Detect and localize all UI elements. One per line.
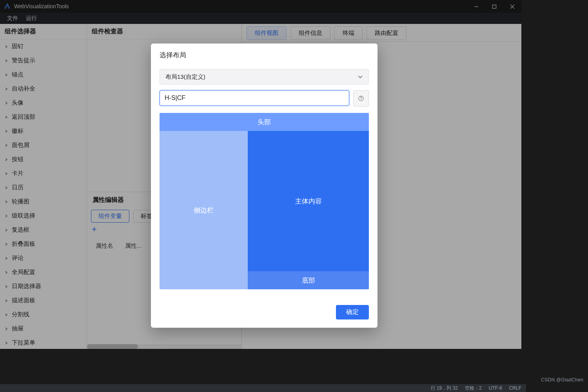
layout-preview-header: 头部 <box>160 113 369 131</box>
modal-title: 选择布局 <box>151 44 377 67</box>
layout-selection-modal: 选择布局 布局13(自定义) 头部 <box>151 44 377 328</box>
status-eol: CRLF <box>509 385 521 391</box>
status-bar: 行 19，列 32 空格：2 UTF-8 CRLF <box>0 384 526 392</box>
status-encoding: UTF-8 <box>489 385 502 391</box>
svg-point-5 <box>361 100 361 100</box>
layout-preview-footer: 底部 <box>248 271 369 289</box>
layout-preview-sidebar: 侧边栏 <box>160 131 248 289</box>
chevron-down-icon <box>358 74 363 80</box>
watermark: CSDN @GladChen <box>541 377 583 383</box>
layout-preset-select[interactable]: 布局13(自定义) <box>160 69 369 85</box>
layout-preview: 头部 侧边栏 主体内容 底部 <box>160 113 369 289</box>
status-position: 行 19，列 32 <box>431 385 458 392</box>
app-shell: WebVisualizationTools 文件 运行 组件选择器 固钉警告提示… <box>0 0 521 349</box>
layout-preset-value: 布局13(自定义) <box>165 73 205 81</box>
layout-help-button[interactable] <box>353 90 369 107</box>
modal-ok-button[interactable]: 确定 <box>336 305 369 319</box>
status-spaces: 空格：2 <box>465 385 482 392</box>
layout-preview-content: 主体内容 <box>248 131 369 271</box>
layout-expression-input[interactable] <box>160 90 349 106</box>
